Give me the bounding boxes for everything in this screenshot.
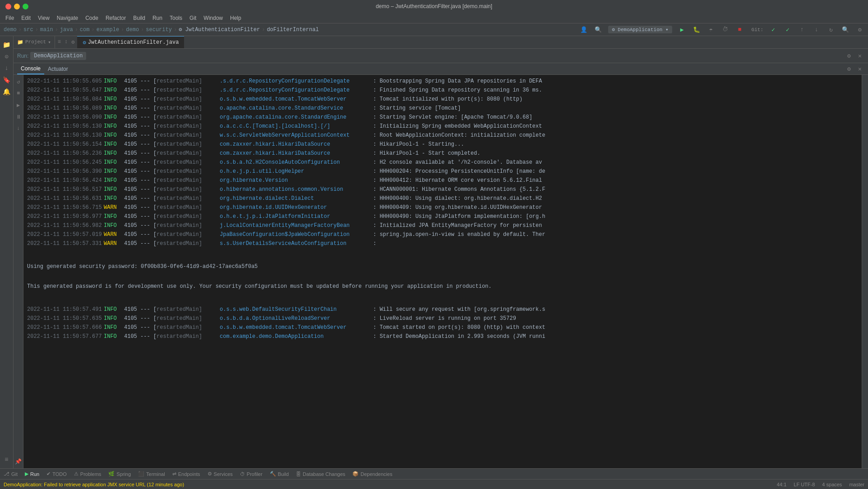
run-icon-close[interactable]: ✕ <box>855 51 864 60</box>
nav-git-arrow-down[interactable]: ↓ <box>812 25 821 34</box>
nav-icon-stop[interactable]: ■ <box>735 25 744 34</box>
crumb-demo2[interactable]: demo <box>126 27 139 33</box>
log-thread: restartedMain] <box>157 194 220 203</box>
log-level: INFO <box>104 104 124 112</box>
bottom-services[interactable]: ⚙ Services <box>208 471 233 477</box>
status-position[interactable]: 44:1 <box>777 482 786 487</box>
menu-edit[interactable]: Edit <box>18 14 34 22</box>
menu-navigate[interactable]: Navigate <box>53 14 82 22</box>
bottom-endpoints[interactable]: ⇌ Endpoints <box>172 471 200 477</box>
bottom-db-changes[interactable]: 🗄 Database Changes <box>296 471 345 477</box>
active-editor-tab[interactable]: ⚙ JwtAuthenticationFilter.java <box>77 36 184 48</box>
run-ctrl-step[interactable]: ↓ <box>14 124 23 134</box>
run-config-dropdown[interactable]: ⚙ DemoApplication ▾ <box>608 26 672 33</box>
run-ctrl-pin[interactable]: 📌 <box>14 457 23 466</box>
crumb-method[interactable]: doFilterInternal <box>267 27 319 33</box>
status-bar: DemoApplication: Failed to retrieve appl… <box>0 479 868 489</box>
minimize-button[interactable] <box>14 4 20 9</box>
build-label: Build <box>278 471 289 477</box>
nav-icon-run[interactable]: ▶ <box>678 25 687 34</box>
nav-icon-profile[interactable]: 👤 <box>579 25 588 34</box>
run-action-close[interactable]: ✕ <box>855 65 864 74</box>
nav-git-arrow-up[interactable]: ↑ <box>798 25 807 34</box>
run-ctrl-pause[interactable]: ⏸ <box>14 112 23 122</box>
run-tab-actions: ⚙ ✕ <box>845 65 864 74</box>
bottom-run[interactable]: ▶ Run <box>25 471 39 477</box>
bottom-todo[interactable]: ✔ TODO <box>46 471 67 477</box>
nav-git-check2[interactable]: ✓ <box>783 25 792 34</box>
menu-build[interactable]: Build <box>129 14 149 22</box>
menu-file[interactable]: File <box>2 14 18 22</box>
log-pid: 4105 --- [ <box>124 77 157 85</box>
bottom-profiler[interactable]: ⏱ Profiler <box>240 471 263 477</box>
sidebar-icon-commit[interactable]: ⊙ <box>2 51 12 61</box>
status-branch[interactable]: master <box>849 482 864 487</box>
nav-search2[interactable]: 🔍 <box>841 25 850 34</box>
bottom-dependencies[interactable]: 📦 Dependencies <box>352 471 392 477</box>
log-timestamp: 2022-11-11 11:50:56.245 <box>27 158 104 166</box>
crumb-example[interactable]: example <box>97 27 119 33</box>
log-line: 2022-11-11 11:50:56.130 INFO 4105 --- [ … <box>23 122 862 131</box>
log-thread: restartedMain] <box>157 149 220 157</box>
sidebar-icon-pull[interactable]: ↓ <box>2 63 12 73</box>
crumb-com[interactable]: com <box>80 27 90 33</box>
nav-icon-profile2[interactable]: ⏱ <box>721 25 730 34</box>
crumb-java[interactable]: java <box>60 27 73 33</box>
log-message: : HCANN000001: Hibernate Commons Annotat… <box>373 185 545 194</box>
menu-help[interactable]: Help <box>226 14 245 22</box>
nav-icon-coverage[interactable]: ☂ <box>706 25 716 34</box>
sidebar-icon-project[interactable]: 📁 <box>2 40 12 50</box>
menu-git[interactable]: Git <box>186 14 200 22</box>
crumb-src[interactable]: src <box>23 27 33 33</box>
run-action-settings[interactable]: ⚙ <box>845 65 854 74</box>
nav-git-check[interactable]: ✓ <box>769 25 778 34</box>
nav-icon-search[interactable]: 🔍 <box>594 25 603 34</box>
menu-refactor[interactable]: Refactor <box>102 14 129 22</box>
run-ctrl-resume[interactable]: ▶ <box>14 100 23 110</box>
run-ctrl-stop[interactable]: ■ <box>14 88 23 98</box>
run-app-name[interactable]: DemoApplication <box>30 52 86 60</box>
window-controls[interactable] <box>5 4 28 9</box>
close-button[interactable] <box>5 4 11 9</box>
nav-icon-debug[interactable]: 🐛 <box>692 25 701 34</box>
bottom-spring[interactable]: 🌿 Spring <box>108 471 131 477</box>
tab-icon-3[interactable]: ⚙ <box>70 38 75 46</box>
sidebar-icon-notifications[interactable]: 🔔 <box>2 87 12 97</box>
tab-actuator[interactable]: Actuator <box>44 64 72 74</box>
services-icon: ⚙ <box>208 471 212 477</box>
log-message: : HHH000204: Processing PersistenceUnitI… <box>373 167 545 175</box>
log-message: : H2 console available at '/h2-console'.… <box>373 158 542 166</box>
run-ctrl-rerun[interactable]: ↺ <box>14 77 23 87</box>
sidebar-icon-bookmark[interactable]: 🔖 <box>2 75 12 85</box>
log-level: INFO <box>104 185 124 194</box>
bottom-git[interactable]: ⎇ Git <box>4 471 18 477</box>
bottom-build[interactable]: 🔨 Build <box>270 471 289 477</box>
nav-settings[interactable]: ⚙ <box>855 25 864 34</box>
terminal-icon: ⬛ <box>138 471 144 477</box>
menu-window[interactable]: Window <box>200 14 226 22</box>
tab-icon-2[interactable]: ↕ <box>64 38 69 46</box>
nav-git-refresh[interactable]: ↻ <box>826 25 836 34</box>
crumb-demo[interactable]: demo <box>4 27 17 33</box>
log-pid: 4105 --- [ <box>124 221 157 230</box>
log-level: WARN <box>104 231 124 239</box>
menu-tools[interactable]: Tools <box>166 14 186 22</box>
bottom-terminal[interactable]: ⬛ Terminal <box>138 471 165 477</box>
console-output[interactable]: 2022-11-11 11:50:55.605 INFO 4105 --- [ … <box>23 75 862 468</box>
menu-view[interactable]: View <box>34 14 53 22</box>
sidebar-icon-structure[interactable]: ≡ <box>2 455 12 465</box>
maximize-button[interactable] <box>23 4 28 9</box>
tab-console[interactable]: Console <box>17 64 44 74</box>
crumb-file1[interactable]: ⚙ JwtAuthenticationFilter <box>179 26 260 33</box>
tab-icon-1[interactable]: ≡ <box>57 38 62 46</box>
menu-run[interactable]: Run <box>149 14 166 22</box>
crumb-main[interactable]: main <box>40 27 53 33</box>
crumb-security[interactable]: security <box>146 27 172 33</box>
status-spaces[interactable]: 4 spaces <box>822 482 842 487</box>
menu-code[interactable]: Code <box>82 14 102 22</box>
status-encoding[interactable]: LF UTF-8 <box>794 482 815 487</box>
log-class: o.s.b.a.h2.H2ConsoleAutoConfiguration <box>220 158 373 166</box>
bottom-problems[interactable]: ⚠ Problems <box>74 471 101 477</box>
run-icon-settings[interactable]: ⚙ <box>845 51 854 60</box>
project-label[interactable]: 📁 Project ▾ <box>14 36 55 48</box>
